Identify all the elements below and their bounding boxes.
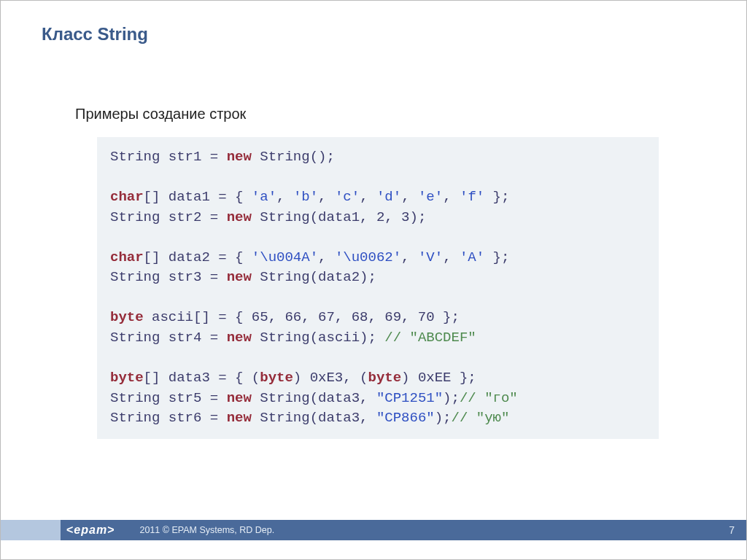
code-line (110, 348, 646, 368)
code-token: new (227, 269, 252, 285)
code-token: new (227, 330, 252, 346)
code-token: "CP1251" (376, 390, 443, 406)
code-token: String(data3, (252, 390, 376, 406)
code-line: char[] data1 = { 'a', 'b', 'c', 'd', 'e'… (110, 187, 646, 208)
code-token: String(); (252, 149, 335, 165)
footer: < epam > 2011 © EPAM Systems, RD Dep. 7 (1, 520, 746, 540)
slide-title: Класс String (1, 1, 746, 44)
code-line: String str2 = new String(data1, 2, 3); (110, 208, 646, 228)
code-token: String str5 = (110, 390, 227, 406)
code-token: [] data2 = { (144, 249, 252, 265)
code-token: ) 0xEE }; (401, 370, 476, 386)
code-token: 'e' (418, 189, 443, 205)
code-line: String str6 = new String(data3, "CP866")… (110, 408, 646, 429)
code-token: '\u0062' (335, 249, 401, 265)
code-token: String(ascii); (252, 330, 384, 346)
code-token: // "го" (460, 390, 518, 406)
code-token: byte (110, 309, 144, 325)
code-line: String str3 = new String(data2); (110, 268, 646, 288)
code-token: , (443, 189, 460, 205)
code-token: , (443, 249, 460, 265)
code-token: 'V' (418, 249, 443, 265)
code-token: 'd' (376, 189, 401, 205)
code-token: [] data3 = { ( (144, 370, 260, 386)
code-token: , (360, 189, 376, 205)
code-line: char[] data2 = { '\u004A', '\u0062', 'V'… (110, 248, 646, 268)
code-token: ); (435, 410, 452, 426)
code-token: }; (484, 189, 509, 205)
footer-bar: < epam > 2011 © EPAM Systems, RD Dep. 7 (61, 520, 746, 540)
slide-subtitle: Примеры создание строк (1, 44, 746, 131)
code-token: new (227, 209, 252, 225)
code-line (110, 168, 646, 188)
code-token: '\u004A' (252, 249, 318, 265)
code-token: String(data1, 2, 3); (252, 209, 426, 225)
footer-accent (1, 520, 61, 540)
code-token: String str1 = (110, 149, 227, 165)
code-token: ) 0xE3, ( (293, 370, 368, 386)
footer-copyright: 2011 © EPAM Systems, RD Dep. (139, 525, 274, 535)
code-token: new (227, 390, 252, 406)
code-block: String str1 = new String(); char[] data1… (97, 137, 659, 439)
epam-logo: < epam > (62, 522, 119, 538)
code-token: String str2 = (110, 209, 227, 225)
code-token: new (227, 410, 252, 426)
code-token: String str3 = (110, 269, 227, 285)
code-token: // "ую" (452, 410, 510, 426)
code-token: ascii[] = { 65, 66, 67, 68, 69, 70 }; (144, 309, 460, 325)
code-line (110, 288, 646, 308)
code-token: byte (260, 370, 293, 386)
code-token: 'b' (293, 189, 318, 205)
code-line: byte[] data3 = { (byte) 0xE3, (byte) 0xE… (110, 368, 646, 389)
code-token: byte (368, 370, 401, 386)
logo-text: epam (74, 524, 107, 537)
code-line: String str1 = new String(); (110, 147, 646, 168)
code-token: 'f' (460, 189, 484, 205)
code-token: "CP866" (376, 410, 435, 426)
code-token: , (318, 189, 335, 205)
code-token: [] data1 = { (144, 189, 252, 205)
code-token: // "ABCDEF" (384, 330, 476, 346)
page-number: 7 (729, 524, 735, 536)
code-token: , (276, 189, 293, 205)
angle-left-icon: < (66, 524, 74, 537)
code-token: , (401, 189, 418, 205)
code-token: String str6 = (110, 410, 227, 426)
code-token: char (110, 249, 144, 265)
code-token: String str4 = (110, 330, 227, 346)
code-token: , (318, 249, 335, 265)
code-line: byte ascii[] = { 65, 66, 67, 68, 69, 70 … (110, 308, 646, 328)
code-token: String(data3, (252, 410, 376, 426)
code-token: 'a' (252, 189, 276, 205)
code-line: String str4 = new String(ascii); // "ABC… (110, 328, 646, 349)
angle-right-icon: > (107, 524, 115, 537)
code-token: 'c' (335, 189, 360, 205)
code-token: }; (484, 249, 509, 265)
slide: Класс String Примеры создание строк Stri… (0, 0, 747, 560)
code-line: String str5 = new String(data3, "CP1251"… (110, 389, 646, 409)
code-token: , (401, 249, 418, 265)
code-token: ); (443, 390, 460, 406)
code-token: byte (110, 370, 144, 386)
code-token: new (227, 149, 252, 165)
footer-left: < epam > 2011 © EPAM Systems, RD Dep. (62, 522, 274, 538)
code-token: 'A' (460, 249, 484, 265)
code-token: String(data2); (252, 269, 376, 285)
code-token: char (110, 189, 144, 205)
code-line (110, 228, 646, 248)
